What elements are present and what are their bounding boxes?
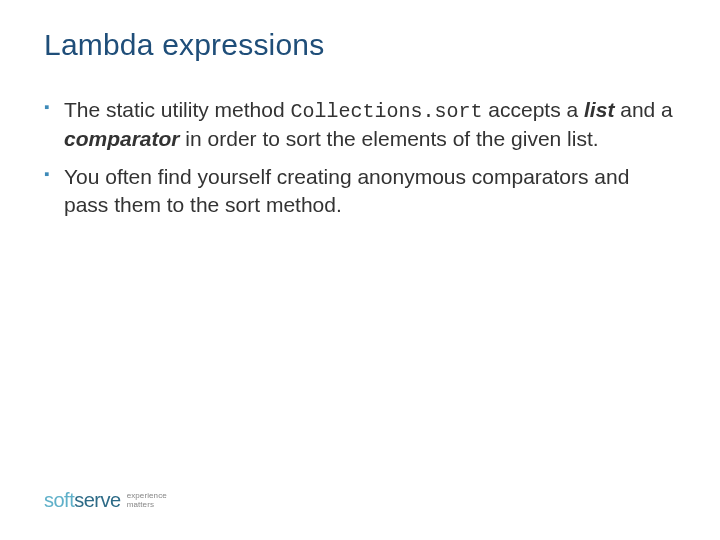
slide-title: Lambda expressions xyxy=(44,28,676,62)
bullet-text: and a xyxy=(614,98,672,121)
bullet-list: The static utility method Collections.so… xyxy=(44,96,676,219)
logo: softserve experience matters xyxy=(44,489,167,512)
code-span: Collections.sort xyxy=(290,100,482,123)
logo-part-soft: soft xyxy=(44,489,74,511)
slide: Lambda expressions The static utility me… xyxy=(0,0,720,219)
bullet-text: The static utility method xyxy=(64,98,290,121)
bullet-item: The static utility method Collections.so… xyxy=(44,96,676,153)
keyword-span: list xyxy=(584,98,614,121)
logo-wordmark: softserve xyxy=(44,489,121,512)
keyword-span: comparator xyxy=(64,127,180,150)
logo-tagline-line: matters xyxy=(127,501,167,509)
logo-part-serve: serve xyxy=(74,489,120,511)
bullet-text: You often find yourself creating anonymo… xyxy=(64,165,629,216)
logo-tagline: experience matters xyxy=(127,492,167,509)
bullet-item: You often find yourself creating anonymo… xyxy=(44,163,676,218)
bullet-text: in order to sort the elements of the giv… xyxy=(180,127,599,150)
bullet-text: accepts a xyxy=(482,98,584,121)
